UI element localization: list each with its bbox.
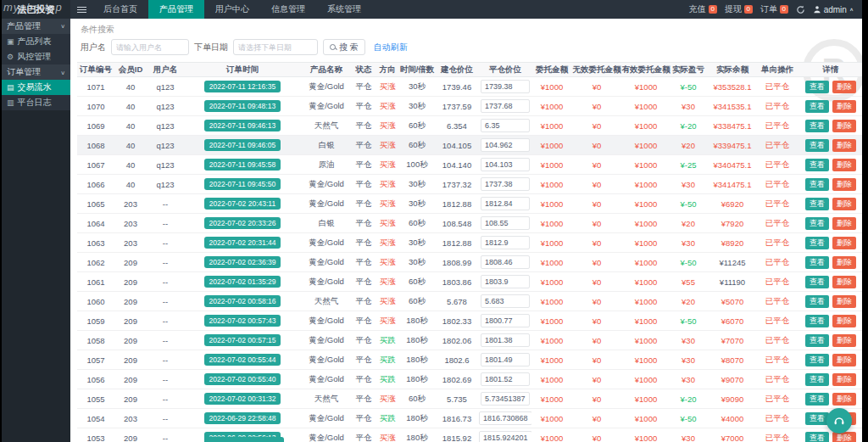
delete-button[interactable]: 删除 [832,100,856,113]
customer-service-float-button[interactable] [826,408,852,434]
view-button[interactable]: 查看 [805,237,829,249]
view-button[interactable]: 查看 [805,354,829,366]
cell-op-status-value: 已平仓 [765,394,790,403]
view-button[interactable]: 查看 [805,373,829,386]
close-price-input[interactable]: 1812.9 [481,236,530,249]
close-price-input[interactable]: 1737.68 [481,99,530,113]
delete-button[interactable]: 删除 [832,139,856,152]
close-price-input[interactable]: 1803.9 [481,275,530,288]
close-price-input[interactable]: 1801.52 [481,372,530,386]
topnav-item-订单[interactable]: 订单0 [760,3,788,15]
sidebar-item-风控管理[interactable]: ⚙风控管理 [2,49,70,64]
hamburger-menu-icon[interactable] [70,9,92,10]
delete-button[interactable]: 删除 [832,334,856,347]
cell-order-time: 2022-06-29 22:58:48 [184,409,301,428]
order-time-badge: 2022-06-29 22:58:48 [204,412,281,424]
delete-button[interactable]: 删除 [832,178,856,191]
username-input[interactable] [111,39,189,55]
sidebar-item-订单管理[interactable]: 订单管理∨ [2,64,70,80]
view-button[interactable]: 查看 [805,432,829,442]
view-button[interactable]: 查看 [805,198,829,210]
cell-order-no-value: 1061 [86,277,104,287]
close-price-input[interactable]: 1808.46 [481,255,530,269]
close-price-input[interactable]: 108.55 [481,216,530,230]
cell-profit-value: ¥-50 [680,199,696,209]
cell-close-price: 5.683 [479,292,531,311]
cell-amount-value: ¥1000 [541,375,563,384]
close-price-input[interactable]: 104.103 [481,158,530,171]
close-price-input[interactable]: 6.35 [481,119,530,132]
view-button[interactable]: 查看 [805,315,829,327]
delete-button[interactable]: 删除 [832,217,856,230]
topnav-item-提现[interactable]: 提现0 [725,3,753,15]
refresh-icon[interactable] [796,5,805,14]
delete-button[interactable]: 删除 [832,315,856,327]
user-menu[interactable]: admin∧ [813,5,854,14]
sidebar-item-交易流水[interactable]: ▤交易流水 [2,80,70,95]
view-button[interactable]: 查看 [805,393,829,406]
cell-close-price: 1800.77 [479,311,531,331]
tab-系统管理[interactable]: 系统管理 [316,0,372,19]
auto-refresh-link[interactable]: 自动刷新 [374,42,408,53]
delete-button[interactable]: 删除 [832,354,856,366]
delete-button[interactable]: 删除 [832,295,856,308]
cell-valid-amount-value: ¥1000 [635,121,657,131]
close-price-input[interactable]: 1739.38 [481,80,530,93]
delete-button[interactable]: 删除 [832,120,856,132]
delete-button[interactable]: 删除 [832,276,856,288]
cell-balance-value: ¥9070 [721,375,743,384]
sidebar-item-平台日志[interactable]: ▥平台日志 [2,95,70,110]
cell-amount: ¥1000 [531,136,572,155]
cell-amount: ¥1000 [531,311,572,331]
close-price-input[interactable]: 1816.730868 [479,411,531,425]
cell-balance: ¥11245 [706,253,759,272]
close-price-input[interactable]: 5.683 [481,294,530,308]
view-button[interactable]: 查看 [805,217,829,230]
view-button[interactable]: 查看 [805,334,829,347]
tab-信息管理[interactable]: 信息管理 [260,0,316,19]
delete-button[interactable]: 删除 [832,159,856,171]
delete-button[interactable]: 删除 [832,237,856,249]
view-button[interactable]: 查看 [805,256,829,269]
close-price-input[interactable]: 1815.924201 [479,431,531,442]
cell-status: 平仓 [352,155,376,175]
sidebar-item-产品管理[interactable]: 产品管理∨ [2,19,70,34]
view-button[interactable]: 查看 [805,276,829,288]
close-price-input[interactable]: 1801.38 [481,333,530,347]
cell-op-status: 已平仓 [759,428,796,442]
close-price-input[interactable]: 1812.84 [481,197,530,210]
delete-button[interactable]: 删除 [832,373,856,386]
close-price-input[interactable]: 104.962 [481,138,530,152]
cell-close-price: 1812.84 [479,194,531,214]
cell-member-id-value: 203 [124,199,137,209]
view-button[interactable]: 查看 [805,139,829,152]
tab-产品管理[interactable]: 产品管理 [148,0,204,19]
close-price-input[interactable]: 1801.49 [481,353,530,366]
delete-button[interactable]: 删除 [832,81,856,93]
topnav-item-充值[interactable]: 充值0 [689,3,717,15]
tab-后台首页[interactable]: 后台首页 [92,0,148,19]
cell-direction-value: 买涨 [380,277,396,286]
cell-invalid-amount: ¥0 [572,136,621,155]
view-button[interactable]: 查看 [805,412,829,425]
cell-product-value: 白银 [319,140,335,149]
view-button[interactable]: 查看 [805,120,829,132]
cell-invalid-amount: ¥0 [572,97,621,116]
sidebar-item-产品列表[interactable]: ▣产品列表 [2,34,70,49]
search-button[interactable]: 搜 索 [323,39,365,55]
close-price-input[interactable]: 1737.38 [481,177,530,191]
close-price-input[interactable]: 5.73451387 [481,392,530,406]
order-date-input[interactable] [233,39,318,55]
view-button[interactable]: 查看 [805,100,829,113]
view-button[interactable]: 查看 [805,81,829,93]
delete-button[interactable]: 删除 [832,393,856,406]
tab-用户中心[interactable]: 用户中心 [204,0,260,19]
view-button[interactable]: 查看 [805,295,829,308]
cell-profit: ¥-20 [670,389,706,409]
cell-order-time: 2022-07-02 00:57:43 [184,311,301,331]
delete-button[interactable]: 删除 [832,198,856,210]
view-button[interactable]: 查看 [805,159,829,171]
delete-button[interactable]: 删除 [832,256,856,269]
close-price-input[interactable]: 1800.77 [481,314,530,327]
view-button[interactable]: 查看 [805,178,829,191]
